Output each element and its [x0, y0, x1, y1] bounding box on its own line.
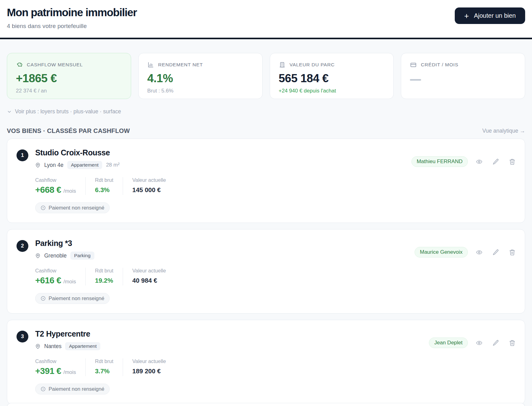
property-name: Parking *3 — [35, 239, 175, 248]
stat-label-credit: CRÉDIT / MOIS — [421, 62, 458, 68]
edit-button[interactable] — [492, 249, 499, 256]
stat-sub-valeur: +24 940 € depuis l'achat — [279, 88, 385, 94]
stat-card-credit: CRÉDIT / MOIS — [401, 53, 525, 99]
owner-badge: Jean Deplet — [429, 338, 468, 348]
property-card-partial — [7, 403, 525, 406]
page-subtitle: 4 biens dans votre portefeuille — [7, 23, 137, 30]
stat-label-rendement: RENDEMENT NET — [158, 62, 203, 68]
voir-plus-toggle[interactable]: Voir plus : loyers bruts · plus-value · … — [7, 108, 525, 115]
alert-circle-icon — [40, 386, 46, 392]
trash-icon — [509, 249, 515, 256]
property-card: 3 T2 Hypercentre Nantes Appartement Cash… — [7, 320, 525, 404]
rdt-value: 19.2% — [95, 277, 113, 284]
edit-button[interactable] — [492, 340, 499, 346]
cashflow-value: +616 € — [35, 276, 61, 286]
bar-chart-icon — [147, 61, 154, 68]
payment-status-badge: Paiement non renseigné — [35, 202, 110, 213]
pencil-icon — [492, 249, 499, 256]
stat-sub-cashflow: 22 374 € / an — [16, 88, 122, 94]
rank-badge: 2 — [17, 240, 28, 252]
value-label: Valeur actuelle — [132, 358, 166, 364]
payment-status-label: Paiement non renseigné — [49, 205, 104, 211]
cashflow-label: Cashflow — [35, 268, 76, 274]
map-pin-icon — [35, 163, 40, 168]
add-property-button[interactable]: + Ajouter un bien — [455, 7, 525, 24]
stat-value-rendement: 4.1% — [147, 72, 254, 85]
current-value: 40 984 € — [132, 277, 166, 284]
payment-status-label: Paiement non renseigné — [49, 295, 104, 301]
trash-icon — [509, 340, 515, 346]
view-button[interactable] — [476, 340, 482, 346]
stat-sub-rendement: Brut : 5.6% — [147, 88, 254, 94]
cashflow-value: +668 € — [35, 185, 61, 195]
stat-card-cashflow: CASHFLOW MENSUEL +1865 € 22 374 € / an — [7, 53, 131, 99]
per-month-label: /mois — [63, 188, 76, 194]
payment-status-label: Paiement non renseigné — [49, 386, 104, 392]
pencil-icon — [492, 340, 499, 346]
stat-card-valeur: VALEUR DU PARC 565 184 € +24 940 € depui… — [270, 53, 394, 99]
section-title: VOS BIENS · CLASSÉS PAR CASHFLOW — [7, 127, 130, 135]
rank-badge: 1 — [17, 149, 28, 161]
analytics-view-link[interactable]: Vue analytique → — [482, 128, 525, 134]
rdt-label: Rdt brut — [95, 358, 113, 364]
property-name: Studio Croix-Rousse — [35, 148, 175, 157]
stat-value-valeur: 565 184 € — [279, 72, 385, 85]
building-icon — [279, 61, 286, 68]
stats-row: CASHFLOW MENSUEL +1865 € 22 374 € / an R… — [7, 53, 525, 99]
property-city: Nantes — [44, 343, 61, 350]
edit-button[interactable] — [492, 158, 499, 165]
pencil-icon — [492, 158, 499, 165]
rdt-label: Rdt brut — [95, 268, 113, 274]
page-title: Mon patrimoine immobilier — [7, 6, 137, 19]
current-value: 145 000 € — [132, 186, 166, 194]
value-label: Valeur actuelle — [132, 177, 166, 183]
cashflow-value: +391 € — [35, 366, 61, 376]
eye-icon — [476, 249, 482, 256]
delete-button[interactable] — [509, 340, 515, 346]
stat-label-valeur: VALEUR DU PARC — [290, 62, 335, 68]
stat-value-cashflow: +1865 € — [16, 72, 122, 85]
cashflow-label: Cashflow — [35, 358, 76, 364]
alert-circle-icon — [40, 205, 46, 210]
add-property-label: Ajouter un bien — [474, 12, 516, 19]
current-value: 189 200 € — [132, 367, 166, 375]
view-button[interactable] — [476, 249, 482, 256]
value-label: Valeur actuelle — [132, 268, 166, 274]
credit-card-icon — [410, 61, 417, 68]
plus-icon: + — [464, 12, 469, 20]
stat-label-cashflow: CASHFLOW MENSUEL — [27, 62, 83, 68]
map-pin-icon — [35, 253, 40, 258]
property-card: 1 Studio Croix-Rousse Lyon 4e Appartemen… — [7, 139, 525, 223]
map-pin-icon — [35, 344, 40, 349]
delete-button[interactable] — [509, 158, 515, 165]
payment-status-badge: Paiement non renseigné — [35, 384, 110, 394]
owner-badge: Mathieu FERRAND — [411, 156, 468, 167]
stat-card-rendement: RENDEMENT NET 4.1% Brut : 5.6% — [138, 53, 263, 99]
rdt-label: Rdt brut — [95, 177, 113, 183]
piggy-bank-icon — [16, 61, 23, 68]
cashflow-label: Cashflow — [35, 177, 76, 183]
property-surface: 28 m² — [106, 162, 119, 168]
page-header: Mon patrimoine immobilier 4 biens dans v… — [0, 0, 532, 39]
property-city: Lyon 4e — [44, 162, 64, 168]
empty-value-dash — [410, 79, 421, 81]
alert-circle-icon — [40, 296, 46, 301]
payment-status-badge: Paiement non renseigné — [35, 293, 110, 304]
rdt-value: 3.7% — [95, 367, 113, 375]
property-type-tag: Appartement — [67, 161, 102, 169]
trash-icon — [509, 158, 515, 165]
eye-icon — [476, 340, 482, 346]
property-type-tag: Appartement — [65, 342, 100, 350]
property-city: Grenoble — [44, 253, 67, 259]
eye-icon — [476, 158, 482, 165]
owner-badge: Maurice Genevoix — [415, 247, 468, 257]
property-name: T2 Hypercentre — [35, 329, 175, 338]
per-month-label: /mois — [63, 279, 76, 285]
view-button[interactable] — [476, 158, 482, 165]
rank-badge: 3 — [17, 331, 28, 342]
chevron-down-icon — [7, 109, 12, 114]
per-month-label: /mois — [63, 369, 76, 375]
delete-button[interactable] — [509, 249, 515, 256]
property-type-tag: Parking — [70, 252, 94, 260]
voir-plus-label: Voir plus : loyers bruts · plus-value · … — [15, 108, 121, 115]
